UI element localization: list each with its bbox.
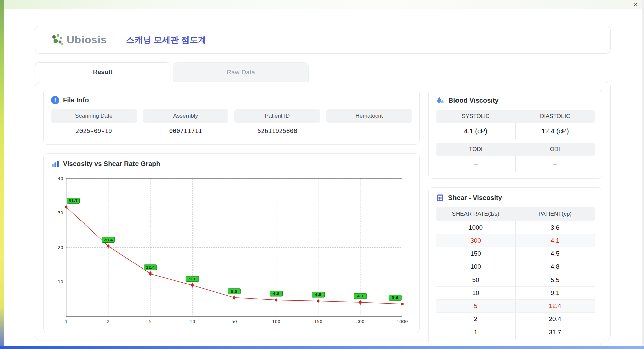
field-value: 000711711 (143, 123, 229, 138)
odi-value: – (515, 156, 595, 172)
systolic-value: 4.1 (cP) (436, 123, 515, 139)
logo-text: Ubiosis (67, 34, 107, 46)
data-point (275, 299, 277, 301)
table-row: 100 4.8 (436, 260, 595, 273)
field-label: Assembly (143, 109, 229, 123)
window-frame-bottom-gradient (0, 346, 644, 349)
patient-cp-cell: 4.1 (515, 234, 595, 247)
data-point (401, 303, 404, 305)
shear-viscosity-card: Shear - Viscosity SHEAR RATE(1/s) PATIEN… (428, 187, 602, 345)
bv-header-row: SYSTOLIC DIASTOLIC (436, 110, 595, 123)
x-tick-label: 300 (356, 319, 365, 324)
patient-cp-cell: 20.4 (515, 313, 595, 326)
x-tick-label: 100 (272, 319, 280, 324)
point-label: 5.5 (231, 289, 237, 294)
systolic-header: SYSTOLIC (436, 110, 516, 123)
x-tick-label: 10 (190, 319, 195, 324)
table-row: 2 20.4 (436, 313, 595, 326)
field-assembly: Assembly 000711711 (143, 109, 229, 138)
field-label: Scanning Date (51, 109, 137, 123)
field-label: Patient ID (234, 109, 320, 123)
chart-area: 102030401251050100150300100031.720.412.4… (51, 173, 412, 327)
data-point (65, 206, 67, 208)
header-card: Ubiosis 스캐닝 모세관 점도계 (35, 26, 611, 54)
close-icon[interactable]: × (634, 1, 638, 8)
window-frame-left-gradient (0, 0, 4, 349)
patient-column-header: PATIENT(cp) (516, 207, 595, 221)
data-point (191, 284, 194, 286)
y-tick-label: 10 (58, 279, 63, 284)
patient-cp-cell: 4.8 (515, 260, 595, 273)
tab-raw-data[interactable]: Raw Data (173, 62, 309, 82)
field-scanning-date: Scanning Date 2025-09-19 (51, 109, 137, 138)
main-panel: i File Info Scanning Date 2025-09-19 Ass… (35, 82, 611, 340)
point-label: 4.1 (357, 294, 363, 298)
file-info-card: i File Info Scanning Date 2025-09-19 Ass… (43, 90, 420, 145)
blood-viscosity-title: Blood Viscosity (448, 97, 499, 104)
shear-rate-cell: 100 (436, 260, 515, 273)
table-row: 1000 3.6 (436, 221, 595, 234)
bv-values-row-2: – – (436, 156, 595, 172)
point-label: 4.8 (273, 292, 279, 296)
diastolic-value: 12.4 (cP) (515, 123, 595, 139)
ubiosis-logo: Ubiosis (51, 33, 107, 47)
graph-title: Viscosity vs Shear Rate Graph (63, 160, 160, 168)
file-info-title-row: i File Info (51, 96, 412, 104)
point-label: 20.4 (104, 238, 113, 242)
shear-rate-cell: 150 (436, 247, 515, 260)
field-value: 2025-09-19 (51, 123, 137, 138)
bv-values-row: 4.1 (cP) 12.4 (cP) (436, 123, 595, 139)
data-point (149, 272, 152, 275)
x-tick-label: 2 (107, 319, 110, 324)
table-row: 50 5.5 (436, 273, 595, 287)
info-icon: i (51, 96, 59, 104)
app-page: Ubiosis 스캐닝 모세관 점도계 Result Raw Data i Fi… (4, 9, 642, 346)
window-frame-right (642, 0, 644, 346)
graph-card: Viscosity vs Shear Rate Graph 1020304012… (43, 153, 420, 333)
bv-spacer (436, 139, 595, 143)
x-tick-label: 150 (314, 319, 322, 324)
point-label: 12.4 (146, 265, 155, 270)
patient-cp-cell: 5.5 (515, 273, 595, 286)
table-row: 5 12.4 (436, 300, 595, 313)
graph-title-row: Viscosity vs Shear Rate Graph (51, 160, 412, 168)
shear-table-header: SHEAR RATE(1/s) PATIENT(cp) (436, 207, 595, 221)
point-label: 4.5 (315, 293, 321, 297)
droplets-icon (436, 96, 445, 105)
shear-rate-column-header: SHEAR RATE(1/s) (436, 207, 516, 221)
table-row: 10 9.1 (436, 287, 595, 300)
titlebar: × (4, 0, 642, 9)
blood-viscosity-title-row: Blood Viscosity (436, 96, 595, 105)
x-tick-label: 5 (149, 319, 152, 324)
left-column: i File Info Scanning Date 2025-09-19 Ass… (43, 90, 420, 333)
logo-molecule-icon (51, 33, 65, 47)
diastolic-header: DIASTOLIC (516, 110, 595, 123)
x-tick-label: 1000 (397, 319, 408, 324)
todi-header: TODI (436, 143, 516, 156)
shear-viscosity-title: Shear - Viscosity (448, 194, 502, 202)
patient-cp-cell: 12.4 (515, 300, 595, 312)
shear-rate-cell: 5 (436, 300, 515, 312)
blood-viscosity-card: Blood Viscosity SYSTOLIC DIASTOLIC 4.1 (… (428, 90, 602, 179)
field-value (326, 123, 412, 137)
right-column: Blood Viscosity SYSTOLIC DIASTOLIC 4.1 (… (428, 90, 602, 333)
point-label: 31.7 (69, 199, 78, 203)
field-value: 52611925800 (234, 123, 320, 138)
field-label: Hematocrit (326, 109, 412, 123)
x-tick-label: 50 (231, 319, 237, 324)
todi-value: – (436, 156, 515, 172)
file-info-title: File Info (63, 96, 89, 104)
data-point (359, 301, 361, 304)
patient-cp-cell: 9.1 (515, 287, 595, 299)
shear-rate-cell: 50 (436, 273, 515, 286)
table-row: 300 4.1 (436, 234, 595, 247)
tab-result[interactable]: Result (35, 62, 170, 82)
data-point (233, 296, 235, 299)
x-tick-label: 1 (65, 319, 68, 324)
data-point (317, 300, 319, 302)
field-patient-id: Patient ID 52611925800 (234, 109, 320, 138)
field-hematocrit: Hematocrit (326, 109, 412, 138)
file-info-fields: Scanning Date 2025-09-19 Assembly 000711… (51, 109, 412, 138)
y-tick-label: 20 (58, 245, 63, 250)
bar-chart-icon (51, 160, 59, 168)
